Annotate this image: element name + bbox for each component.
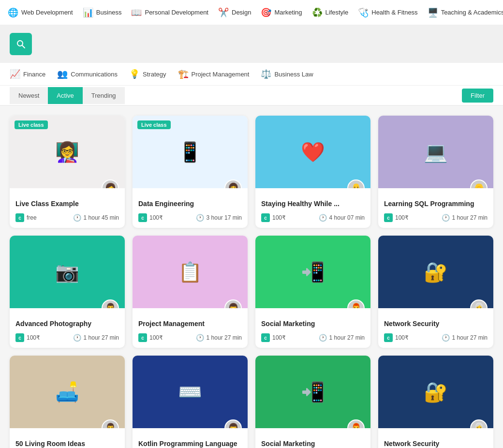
- card-image-living-room-ideas: 🛋️ 👨‍🦱: [10, 356, 125, 428]
- filter-right-button[interactable]: Filter: [462, 89, 493, 103]
- marketing-icon: 🎯: [261, 7, 271, 18]
- duration-value-live-class-example: 1 hour 45 min: [84, 214, 119, 221]
- project-mgmt-icon: 🏗️: [178, 69, 189, 79]
- tab-newest[interactable]: Newest: [10, 87, 48, 104]
- card-illustration-learning-sql: 💻: [378, 116, 493, 188]
- course-card-live-class-example[interactable]: 👩‍🏫 Live class 👩 Live Class Example c fr…: [10, 116, 125, 228]
- course-card-staying-healthy[interactable]: ❤️ 👨‍🦲 Staying Healthy While ... c 100₹ …: [255, 116, 370, 228]
- business-icon: 📊: [83, 7, 93, 18]
- price-icon-network-security: c: [384, 333, 393, 342]
- filter-item-project-mgmt[interactable]: 🏗️Project Management: [178, 69, 250, 79]
- nav-item-personal-dev[interactable]: 📖Personal Development: [131, 5, 208, 20]
- nav-label-personal-dev: Personal Development: [145, 9, 208, 16]
- card-body-network-security-2: Network Security: [378, 428, 493, 448]
- card-meta-project-management: c 100₹ 🕐 1 hour 27 min: [133, 333, 248, 342]
- card-image-network-security-2: 🔐 👩‍🦳: [378, 356, 493, 428]
- course-card-social-marketing-2[interactable]: 📲 👨‍🦰 Social Marketing c 100₹ 🕐 1 hour 2…: [255, 356, 370, 448]
- price-icon-data-engineering: c: [138, 213, 147, 222]
- card-price-social-marketing: c 100₹: [261, 333, 286, 342]
- filter-item-finance[interactable]: 📈Finance: [10, 69, 45, 79]
- design-icon: ✂️: [218, 7, 229, 18]
- nav-label-teaching: Teaching & Academics: [441, 9, 503, 16]
- course-card-advanced-photography[interactable]: 📷 👨‍🦱 Advanced Photography c 100₹ 🕐 1 ho…: [10, 236, 125, 348]
- card-title-living-room-ideas: 50 Living Room Ideas: [15, 440, 119, 448]
- course-card-living-room-ideas[interactable]: 🛋️ 👨‍🦱 50 Living Room Ideas c 100₹ 🕐 1 h…: [10, 356, 125, 448]
- card-price-staying-healthy: c 100₹: [261, 213, 286, 222]
- card-image-kotlin-programming: ⌨️ 👨: [133, 356, 248, 428]
- tab-active[interactable]: Active: [48, 87, 82, 104]
- card-image-live-class-example: 👩‍🏫 Live class 👩: [10, 116, 125, 188]
- card-illustration-social-marketing-2: 📲: [255, 356, 370, 428]
- tab-trending[interactable]: Trending: [83, 87, 125, 104]
- card-duration-project-management: 🕐 1 hour 27 min: [196, 334, 242, 342]
- price-icon-learning-sql: c: [384, 213, 393, 222]
- course-card-social-marketing[interactable]: 📲 👨‍🦰 Social Marketing c 100₹ 🕐 1 hour 2…: [255, 236, 370, 348]
- filter-item-business-law[interactable]: ⚖️Business Law: [261, 69, 313, 79]
- course-card-network-security[interactable]: 🔐 👩‍🦳 Network Security c 100₹ 🕐 1 hour 2…: [378, 236, 493, 348]
- card-meta-staying-healthy: c 100₹ 🕐 4 hour 07 min: [255, 213, 370, 222]
- svg-line-1: [22, 45, 25, 48]
- price-value-live-class-example: free: [27, 214, 37, 221]
- price-value-learning-sql: 100₹: [395, 214, 409, 221]
- price-icon-staying-healthy: c: [261, 213, 270, 222]
- price-icon-advanced-photography: c: [15, 333, 24, 342]
- card-price-learning-sql: c 100₹: [384, 213, 409, 222]
- search-button[interactable]: [10, 33, 32, 55]
- course-card-project-management[interactable]: 📋 👨 Project Management c 100₹ 🕐 1 hour 2…: [133, 236, 248, 348]
- nav-label-design: Design: [232, 9, 251, 16]
- card-illustration-social-marketing: 📲: [255, 236, 370, 308]
- card-illustration-advanced-photography: 📷: [10, 236, 125, 308]
- card-body-social-marketing: Social Marketing: [255, 308, 370, 333]
- card-duration-learning-sql: 🕐 1 hour 27 min: [442, 214, 488, 222]
- price-value-staying-healthy: 100₹: [272, 214, 286, 221]
- card-image-social-marketing-2: 📲 👨‍🦰: [255, 356, 370, 428]
- filter-item-strategy[interactable]: 💡Strategy: [129, 69, 166, 79]
- card-duration-data-engineering: 🕐 3 hour 17 min: [196, 214, 242, 222]
- nav-label-business: Business: [96, 9, 122, 16]
- price-value-project-management: 100₹: [149, 334, 163, 341]
- tabs-row: NewestActiveTrending Filter: [0, 86, 503, 106]
- duration-value-advanced-photography: 1 hour 27 min: [84, 334, 119, 341]
- filter-item-communications[interactable]: 👥Communications: [57, 69, 118, 79]
- card-meta-advanced-photography: c 100₹ 🕐 1 hour 27 min: [10, 333, 125, 342]
- price-value-advanced-photography: 100₹: [27, 334, 40, 341]
- card-duration-social-marketing: 🕐 1 hour 27 min: [319, 334, 365, 342]
- nav-item-lifestyle[interactable]: ♻️Lifestyle: [312, 5, 349, 20]
- card-meta-learning-sql: c 100₹ 🕐 1 hour 27 min: [378, 213, 493, 222]
- course-card-kotlin-programming[interactable]: ⌨️ 👨 Kotlin Programming Language c 100₹ …: [133, 356, 248, 448]
- card-title-advanced-photography: Advanced Photography: [15, 320, 119, 328]
- card-title-social-marketing-2: Social Marketing: [261, 440, 365, 448]
- live-badge-live-class-example: Live class: [15, 120, 48, 129]
- course-card-network-security-2[interactable]: 🔐 👩‍🦳 Network Security c 100₹ 🕐 1 hour 2…: [378, 356, 493, 448]
- nav-item-teaching[interactable]: 🖥️Teaching & Academics: [428, 5, 503, 20]
- web-dev-icon: 🌐: [8, 7, 18, 18]
- price-icon-project-management: c: [138, 333, 147, 342]
- clock-icon-learning-sql: 🕐: [442, 214, 450, 222]
- filter-label-strategy: Strategy: [143, 71, 166, 78]
- filter-bar: 📈Finance👥Communications💡Strategy🏗️Projec…: [0, 63, 503, 86]
- nav-item-web-dev[interactable]: 🌐Web Development: [8, 5, 73, 20]
- card-duration-network-security: 🕐 1 hour 27 min: [442, 334, 488, 342]
- card-meta-network-security: c 100₹ 🕐 1 hour 27 min: [378, 333, 493, 342]
- tab-group: NewestActiveTrending: [10, 87, 125, 104]
- card-duration-advanced-photography: 🕐 1 hour 27 min: [73, 334, 119, 342]
- card-price-project-management: c 100₹: [138, 333, 163, 342]
- card-image-learning-sql: 💻 👴: [378, 116, 493, 188]
- nav-item-business[interactable]: 📊Business: [83, 5, 122, 20]
- lifestyle-icon: ♻️: [312, 7, 323, 18]
- filter-label-finance: Finance: [23, 71, 45, 78]
- card-price-live-class-example: c free: [15, 213, 37, 222]
- card-title-live-class-example: Live Class Example: [15, 200, 119, 208]
- nav-item-health[interactable]: 🩺Health & Fitness: [358, 5, 417, 20]
- teaching-icon: 🖥️: [428, 7, 438, 18]
- card-title-data-engineering: Data Engineering: [138, 200, 242, 208]
- card-illustration-living-room-ideas: 🛋️: [10, 356, 125, 428]
- business-law-icon: ⚖️: [261, 69, 271, 79]
- nav-label-health: Health & Fitness: [371, 9, 417, 16]
- course-card-learning-sql[interactable]: 💻 👴 Learning SQL Programming c 100₹ 🕐 1 …: [378, 116, 493, 228]
- course-card-data-engineering[interactable]: 📱 Live class 👩‍🦱 Data Engineering c 100₹…: [133, 116, 248, 228]
- top-navigation: 🌐Web Development📊Business📖Personal Devel…: [0, 0, 503, 25]
- nav-item-marketing[interactable]: 🎯Marketing: [261, 5, 302, 20]
- nav-item-design[interactable]: ✂️Design: [218, 5, 251, 20]
- card-duration-staying-healthy: 🕐 4 hour 07 min: [319, 214, 365, 222]
